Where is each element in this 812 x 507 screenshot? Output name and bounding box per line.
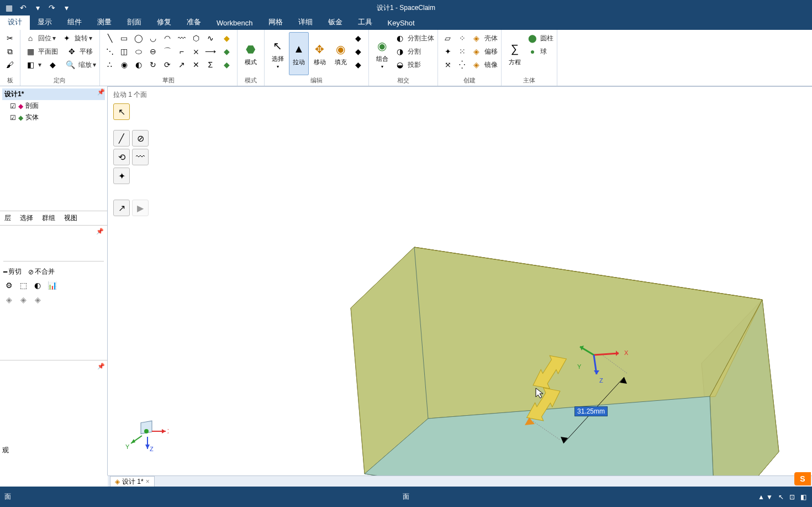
status-arrows[interactable]: ▲ ▼	[758, 493, 773, 501]
rect-icon[interactable]: ▭	[118, 32, 131, 44]
trim-icon[interactable]: ⨯	[189, 45, 203, 58]
pull-button[interactable]: ▲拉动	[289, 32, 309, 75]
eye-icon[interactable]: ◉	[118, 59, 131, 71]
zoom-icon[interactable]: 🔍	[64, 59, 77, 71]
curve-icon[interactable]: ∿	[204, 32, 217, 44]
poly-icon[interactable]: ⬡	[189, 32, 203, 44]
cut-icon[interactable]: ━	[3, 268, 7, 276]
combine-button[interactable]: ◉组合▾	[372, 32, 392, 75]
dots-icon[interactable]: ∴	[103, 59, 117, 71]
grid2-icon[interactable]: ⁛	[456, 59, 469, 71]
mirror-label[interactable]: 镜像	[484, 60, 498, 70]
arc3-icon[interactable]: ⌒	[161, 45, 174, 58]
tree-root[interactable]: 设计1*	[2, 88, 105, 100]
spin-label[interactable]: 旋转	[75, 34, 88, 43]
view-icon[interactable]: ◧	[800, 493, 806, 501]
pin-icon[interactable]: 📌	[97, 363, 105, 370]
cursor-mode-icon[interactable]: ↖	[778, 493, 784, 501]
extend-icon[interactable]: ⟶	[204, 45, 217, 58]
tool4-icon[interactable]: ↗	[175, 59, 188, 71]
app-icon[interactable]: ▦	[3, 2, 14, 13]
ellipse-icon[interactable]: ⬭	[132, 45, 145, 58]
arc-icon[interactable]: ◡	[146, 32, 160, 44]
opt3-icon[interactable]: ◐	[32, 280, 43, 291]
tangent-icon[interactable]: ⊖	[146, 45, 160, 58]
splitbody-icon[interactable]: ◐	[393, 32, 407, 44]
checkbox-icon[interactable]: ☑	[10, 102, 16, 110]
tab-section[interactable]: 剖面	[119, 14, 149, 30]
opt2-icon[interactable]: ⬚	[18, 280, 29, 291]
dd-icon[interactable]: ▾	[52, 34, 56, 42]
pin-icon[interactable]: 📌	[96, 228, 104, 235]
sphere-icon[interactable]: ●	[526, 45, 539, 58]
edit-tool2-icon[interactable]: ◆	[352, 45, 365, 58]
shell-label[interactable]: 壳体	[484, 34, 498, 43]
document-tab[interactable]: ◈ 设计 1* ×	[110, 476, 155, 487]
lp-tab-select[interactable]: 选择	[15, 211, 38, 225]
tool2-icon[interactable]: ◐	[132, 59, 145, 71]
split-label[interactable]: 分割	[408, 47, 421, 56]
spin-icon[interactable]: ✦	[60, 32, 73, 44]
redo-button[interactable]: ↷	[46, 2, 57, 13]
pin-icon[interactable]: 📌	[97, 88, 105, 96]
tool3-icon[interactable]: ⟳	[161, 59, 174, 71]
equation-button[interactable]: ∑方程	[505, 32, 525, 75]
sketch-tool3-icon[interactable]: ◆	[220, 59, 234, 71]
view-triad[interactable]: X Y Z	[124, 415, 168, 453]
opt1-icon[interactable]: ⚙	[3, 280, 14, 291]
point-icon[interactable]: ⁘	[456, 32, 469, 44]
splitbody-label[interactable]: 分割主体	[408, 34, 434, 43]
fillet-icon[interactable]: ⌐	[175, 45, 188, 58]
dd-icon[interactable]: ▾	[89, 34, 92, 42]
lp-tab-layer[interactable]: 层	[0, 211, 15, 225]
viewport[interactable]: 拉动 1 个面 ↖ ╱⊘ ⟲〰 ✦ ↗▶ X Y Z	[108, 86, 812, 475]
dd-icon[interactable]: ▾	[38, 61, 41, 69]
home-icon[interactable]: ⌂	[24, 32, 37, 44]
refresh-icon[interactable]: ↻	[146, 59, 160, 71]
offset-label[interactable]: 偏移	[484, 47, 498, 56]
opt6-icon[interactable]: ◈	[18, 294, 29, 305]
tool-icon[interactable]: ◆	[46, 59, 59, 71]
cube-icon[interactable]: ◧	[24, 59, 37, 71]
offset-icon[interactable]: ◈	[470, 45, 483, 58]
edit-tool3-icon[interactable]: ◆	[352, 59, 365, 71]
arc2-icon[interactable]: ◠	[161, 32, 174, 44]
tab-assembly[interactable]: 组件	[60, 14, 89, 30]
planview-icon[interactable]: ▦	[24, 45, 37, 58]
cylinder-icon[interactable]: ⬤	[526, 32, 539, 44]
axes-icon[interactable]: ⤧	[441, 59, 455, 71]
mode-button[interactable]: ⬣ 模式	[241, 32, 261, 75]
cylinder-label[interactable]: 圆柱	[540, 34, 553, 43]
sphere-label[interactable]: 球	[540, 47, 547, 56]
select-button[interactable]: ↖选择▾	[268, 32, 288, 75]
edit-tool1-icon[interactable]: ◆	[352, 32, 365, 44]
scissors-icon[interactable]: ✂	[3, 32, 17, 44]
dimension-value[interactable]: 31.25mm	[574, 406, 608, 416]
tab-display[interactable]: 显示	[30, 14, 60, 30]
tab-prepare[interactable]: 准备	[179, 14, 209, 30]
tab-mesh[interactable]: 网格	[261, 14, 291, 30]
circle-icon[interactable]: ◯	[132, 32, 145, 44]
opt5-icon[interactable]: ◈	[3, 294, 14, 305]
tab-design[interactable]: 设计	[0, 14, 30, 30]
rect2-icon[interactable]: ◫	[118, 45, 131, 58]
cut-label[interactable]: 剪切	[8, 267, 22, 276]
tab-detail[interactable]: 详细	[291, 14, 320, 30]
tool5-icon[interactable]: ✕	[189, 59, 203, 71]
tab-keyshot[interactable]: KeyShot	[380, 16, 423, 30]
tab-measure[interactable]: 测量	[89, 14, 119, 30]
tab-repair[interactable]: 修复	[149, 14, 179, 30]
close-tab-button[interactable]: ×	[146, 478, 150, 485]
tab-sheetmetal[interactable]: 钣金	[320, 14, 350, 30]
snap-icon[interactable]: ⊡	[789, 493, 795, 501]
undo-dropdown[interactable]: ▾	[32, 2, 43, 13]
mirror-icon[interactable]: ◈	[470, 59, 483, 71]
dd-icon[interactable]: ▾	[93, 61, 96, 69]
spline-icon[interactable]: 〰	[175, 32, 188, 44]
undo-button[interactable]: ↶	[18, 2, 29, 13]
split-icon[interactable]: ◑	[393, 45, 407, 58]
origin-icon[interactable]: ✦	[441, 45, 455, 58]
opt4-icon[interactable]: 📊	[46, 280, 57, 291]
tab-tools[interactable]: 工具	[350, 14, 380, 30]
pan-label[interactable]: 平移	[80, 47, 93, 56]
